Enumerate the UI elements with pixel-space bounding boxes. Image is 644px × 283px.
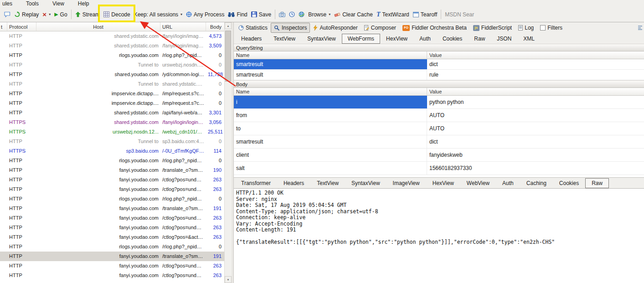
response-raw-view[interactable]: HTTP/1.1 200 OK Server: nginx Date: Sat,… [234, 188, 644, 283]
response-tab-syntaxview[interactable]: SyntaxView [345, 178, 386, 188]
timer-button[interactable] [287, 10, 297, 19]
column-header-t[interactable]: t [0, 22, 7, 31]
request-tab-hexview[interactable]: HexView [380, 34, 413, 44]
session-row[interactable]: HTTPshared.ydstatic.com/api/fanyi-web/as… [0, 108, 224, 118]
find-button[interactable]: Find [226, 10, 249, 20]
session-row[interactable]: HTTPSurswebzj.nosdn.12.../webzj_cdn101/m… [0, 127, 224, 137]
session-row[interactable]: HTTPshared.ydstatic.com/fanyi/login/imag… [0, 31, 224, 41]
session-row[interactable]: HTTPTunnel toshared.ydstatic.com:4430 [0, 79, 224, 89]
session-row[interactable]: HTTPfanyi.youdao.com/ctlog?pos=undefined… [0, 223, 224, 232]
menu-item-help[interactable]: Help [77, 0, 90, 7]
any-process-button[interactable]: Any Process [184, 10, 226, 20]
session-row[interactable]: HTTPfanyi.youdao.com/ctlog?pos=undefined… [0, 185, 224, 194]
session-row[interactable]: HTTPfanyi.youdao.com/translate_o?smartre… [0, 252, 224, 261]
column-header-host[interactable]: Host [36, 22, 160, 31]
msdn-search[interactable]: MSDN Sear [443, 10, 476, 20]
session-row[interactable]: HTTPshared.ydstatic.com/fanyi/login/imag… [0, 41, 224, 51]
session-row[interactable]: HTTPrlogs.youdao.com/rlog.php?_npid=fany… [0, 194, 224, 204]
request-tab-json[interactable]: JSON [491, 34, 517, 44]
keep-sessions-dropdown[interactable]: Keep: All sessions▾ [132, 10, 184, 20]
scrollbar-up-button[interactable]: ▲ [225, 22, 232, 29]
response-tab-caching[interactable]: Caching [520, 178, 553, 188]
request-tab-xml[interactable]: XML [517, 34, 541, 44]
table-row[interactable]: salt15660182937330 [234, 162, 644, 175]
screenshot-button[interactable] [277, 10, 287, 19]
session-row[interactable]: HTTPTunnel tosp3.baidu.com:4430 [0, 137, 224, 146]
menu-item-tools[interactable]: Tools [25, 0, 40, 7]
column-header-value[interactable]: Value [427, 88, 644, 95]
session-row[interactable]: HTTPfanyi.youdao.com/ctlog?pos=&action=M… [0, 232, 224, 242]
table-row[interactable]: smartresultdict [234, 135, 644, 149]
request-tab-raw[interactable]: Raw [468, 34, 491, 44]
tab-fiddlerscript[interactable]: jsFiddlerScript [470, 23, 515, 33]
request-tab-cookies[interactable]: Cookies [437, 34, 468, 44]
session-row[interactable]: HTTPrlogs.youdao.com/rlog.php?_npid=fany… [0, 51, 224, 60]
column-header-protocol[interactable]: Protocol [7, 22, 36, 31]
request-tab-syntaxview[interactable]: SyntaxView [301, 34, 341, 44]
replay-button[interactable]: Replay [12, 10, 41, 20]
textwizard-button[interactable]: TTextWizard [375, 10, 411, 20]
request-tab-auth[interactable]: Auth [413, 34, 437, 44]
session-row[interactable]: HTTPSsp3.baidu.com/-0U_dTmfKgQFm2e88Iu..… [0, 146, 224, 156]
menu-item-view[interactable]: View [52, 0, 65, 7]
column-header-body[interactable]: Body [206, 22, 224, 31]
tearoff-button[interactable]: Tearoff [411, 10, 439, 20]
session-row[interactable]: HTTPshared.youdao.com/yd/common-login/yd… [0, 70, 224, 79]
delete-sessions-button[interactable]: ×▾ [41, 10, 52, 19]
request-tab-textview[interactable]: TextView [268, 34, 301, 44]
response-tab-hexview[interactable]: HexView [426, 178, 460, 188]
go-button[interactable]: ▶Go [52, 10, 69, 20]
table-row[interactable]: smartresultrule [234, 70, 644, 80]
tab-timeline-partial[interactable] [635, 23, 644, 32]
tab-inspectors[interactable]: Inspectors [271, 23, 310, 33]
tab-autoresponder[interactable]: AutoResponder [310, 23, 361, 33]
response-tab-textview[interactable]: TextView [310, 178, 345, 188]
session-row[interactable]: HTTPimpservice.dictapp..../imp/request.s… [0, 98, 224, 108]
launch-ie-button[interactable] [297, 10, 306, 19]
response-tab-imageview[interactable]: ImageView [386, 178, 426, 188]
session-row[interactable]: HTTPfanyi.youdao.com/ctlog?pos=undefined… [0, 213, 224, 223]
tab-log[interactable]: Log [515, 23, 537, 33]
session-row[interactable]: HTTPfanyi.youdao.com/ctlog?pos=undefined… [0, 175, 224, 185]
column-header-url[interactable]: URL [160, 22, 206, 31]
table-row[interactable]: toAUTO [234, 122, 644, 135]
response-tab-cookies[interactable]: Cookies [553, 178, 585, 188]
session-row[interactable]: HTTPSshared.ydstatic.com/fanyi/login/log… [0, 118, 224, 127]
request-tab-webforms[interactable]: WebForms [342, 34, 380, 44]
scrollbar-thumb[interactable] [225, 31, 231, 82]
stream-button[interactable]: Stream [73, 10, 102, 20]
decode-button[interactable]: Decode [102, 10, 132, 20]
clear-cache-button[interactable]: Clear Cache [332, 10, 375, 20]
session-row[interactable]: HTTPrlogs.youdao.com/rlog.php?_npid=fany… [0, 156, 224, 165]
table-row[interactable]: fromAUTO [234, 109, 644, 122]
tab-composer[interactable]: Composer [361, 23, 399, 33]
comment-button[interactable] [2, 10, 12, 19]
column-header-name[interactable]: Name [234, 88, 427, 95]
session-row[interactable]: HTTPrlogs.youdao.com/rlog.php?_npid=fany… [0, 242, 224, 252]
table-row[interactable]: clientfanyideskweb [234, 149, 644, 162]
tab-fiddler-orchestra-beta[interactable]: FOFiddler Orchestra Beta [399, 23, 470, 33]
response-tab-raw[interactable]: Raw [585, 178, 609, 188]
session-row[interactable]: HTTPfanyi.youdao.com/ctlog?pos=undefined… [0, 271, 224, 280]
tab-filters[interactable]: Filters [537, 23, 566, 33]
response-tab-auth[interactable]: Auth [496, 178, 520, 188]
request-tab-headers[interactable]: Headers [235, 34, 268, 44]
save-button[interactable]: Save [249, 10, 273, 20]
table-row[interactable]: ipython python [234, 96, 644, 109]
tab-statistics[interactable]: Statistics [235, 23, 271, 33]
session-row[interactable]: HTTPTunnel tourswebzj.nosdn.127.net:...0 [0, 60, 224, 70]
column-header-name[interactable]: Name [234, 51, 427, 59]
table-row[interactable]: smartresultdict [234, 59, 644, 70]
browse-dropdown[interactable]: Browse▾ [306, 10, 332, 20]
response-tab-transformer[interactable]: Transformer [235, 178, 277, 188]
session-row[interactable]: HTTPfanyi.youdao.com/translate_o?smartre… [0, 204, 224, 213]
response-tab-headers[interactable]: Headers [277, 178, 310, 188]
session-row[interactable]: HTTPimpservice.dictapp..../imp/request.s… [0, 89, 224, 98]
session-row[interactable]: HTTPfanyi.youdao.com/translate_o?smartre… [0, 165, 224, 175]
scrollbar-down-button[interactable]: ▼ [225, 276, 232, 283]
session-list-scrollbar[interactable]: ▲ ▼ [224, 22, 232, 283]
response-tab-webview[interactable]: WebView [460, 178, 496, 188]
column-header-value[interactable]: Value [427, 51, 644, 59]
session-row[interactable]: HTTPfanyi.youdao.com/ctlog?pos=undefined… [0, 261, 224, 271]
menu-item-ules[interactable]: ules [1, 0, 13, 7]
